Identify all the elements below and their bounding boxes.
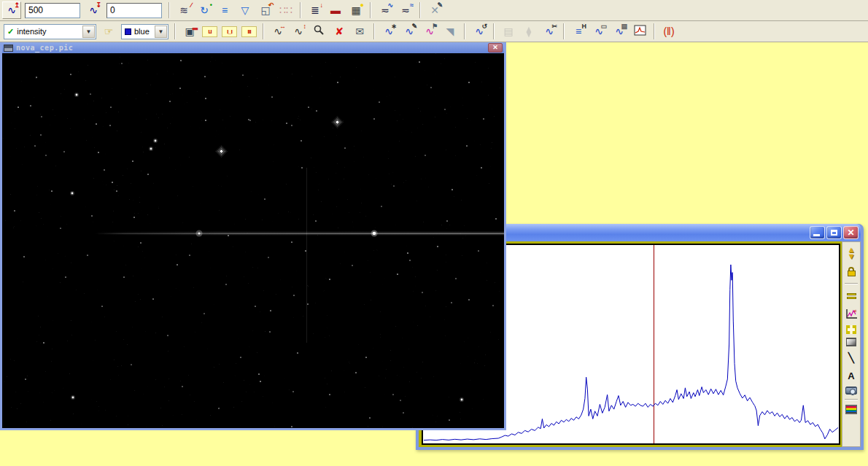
profile-width-icon: ↔ [279, 23, 286, 30]
draw-cross-icon: ✎ [437, 2, 443, 9]
stack-export-icon: ≣ [311, 5, 319, 15]
plot-window-button[interactable] [630, 23, 649, 40]
toolbar-separator [370, 2, 371, 18]
profile-refresh-button[interactable]: ∿↺ [470, 23, 489, 40]
header-info-button[interactable]: ≡H [569, 23, 588, 40]
zoom-button[interactable] [309, 23, 328, 40]
maximize-button[interactable] [826, 226, 842, 239]
text-tool-icon[interactable]: A [843, 368, 859, 383]
image-window: nova_cep.pic ✕ [0, 42, 506, 430]
flag-profile-icon: ⚑ [432, 23, 438, 30]
auto-threshold-button[interactable]: ≋∕ [174, 1, 193, 19]
export-mail-button[interactable]: ✉ [350, 23, 369, 40]
horizontal-lines-button[interactable]: ≡ [215, 1, 234, 19]
channel-combo[interactable]: blue▼ [121, 24, 168, 39]
upper-threshold-input[interactable] [25, 3, 80, 18]
profile-height-icon: ∿ [294, 26, 303, 36]
bars-wave-edit-icon: ≂ [401, 5, 410, 15]
histogram-high-icon[interactable]: ııı [241, 26, 257, 37]
toolbar-separator [493, 23, 495, 39]
close-button[interactable]: ✕ [843, 226, 859, 239]
draw-cross-button[interactable]: ✕✎ [425, 1, 444, 19]
dropdown-arrow-icon[interactable]: ▼ [155, 26, 167, 38]
profile-height-icon: ↕ [303, 23, 307, 30]
camera-icon[interactable] [845, 387, 857, 395]
view-toolbar: ✓intensity▼☞blue▼▣▂ı.ıı_ıııı∿↔∿↕✘✉∿∗∿✎∿⚑… [0, 21, 868, 42]
main-toolbar: ∿↥∿↧≋∕↻•≡▽◱↶∷∷≣↓▬▦●≂∿≂≈✕✎ [0, 0, 868, 21]
delete-button[interactable]: ✘ [330, 23, 349, 40]
channel-combo-value: blue [134, 27, 155, 36]
desktop: { "desktop": { "background": "#ffff9e" }… [0, 0, 868, 466]
toolbar-separator [654, 23, 655, 39]
dropdown-arrow-icon[interactable]: ▼ [82, 26, 95, 38]
lower-threshold-curve-icon: ↧ [96, 2, 101, 9]
minimize-button[interactable] [810, 226, 825, 239]
display-mode-combo-value: intensity [17, 27, 82, 36]
color-band-icon: ▬ [330, 5, 341, 15]
brush-icon: ◥ [446, 26, 454, 36]
sun-exposure-icon: ● [360, 2, 364, 9]
rotate-icon: • [210, 2, 212, 9]
pen-profile-icon: ✎ [411, 23, 417, 30]
star-profile-button[interactable]: ∿∗ [379, 23, 398, 40]
brush-button[interactable]: ◥ [441, 23, 460, 40]
stack-export-button[interactable]: ≣↓ [306, 1, 325, 19]
axes-plot-icon[interactable]: c [843, 307, 859, 322]
cut-profile-button[interactable]: ∿✂ [540, 23, 559, 40]
keyboard-button: ▤ [499, 23, 518, 40]
double-line-icon[interactable] [843, 289, 859, 303]
profile-flag2-button[interactable]: ∿▭ [589, 23, 608, 40]
toolbar-separator [174, 23, 176, 39]
hand-pick-icon: ☞ [104, 26, 114, 36]
svg-text:c: c [854, 308, 857, 313]
lower-threshold-input[interactable] [106, 3, 162, 18]
scroll-up-down-icon[interactable]: ▲▼ [843, 246, 859, 260]
droplet-icon: ⧫ [527, 26, 532, 36]
color-band-button[interactable]: ▬ [326, 1, 345, 19]
bars-wave-icon: ∿ [387, 2, 393, 9]
profile-height-button[interactable]: ∿↕ [289, 23, 308, 40]
histogram-mid-icon[interactable]: ı_ı [222, 26, 237, 37]
toolbar-separator [563, 23, 565, 39]
toolbar-separator [300, 2, 301, 18]
dashed-square-icon[interactable] [846, 325, 856, 334]
toolbar-separator [419, 2, 421, 18]
bars-wave-edit-icon: ≈ [410, 2, 414, 9]
lower-threshold-curve-button[interactable]: ∿↧ [84, 1, 103, 19]
hand-pick-button[interactable]: ☞ [99, 23, 118, 40]
profile-refresh-icon: ↺ [481, 23, 487, 30]
plot-window-icon [634, 25, 646, 39]
rotate-button[interactable]: ↻• [195, 1, 214, 19]
profile-width-button[interactable]: ∿↔ [268, 23, 287, 40]
profile-toolbar: ▲▼c╲A [842, 241, 861, 447]
zoom-icon [313, 24, 325, 39]
image-window-titlebar[interactable]: nova_cep.pic ✕ [2, 42, 504, 53]
flag-profile-button[interactable]: ∿⚑ [420, 23, 439, 40]
window-icon [4, 44, 13, 52]
maximize-icon [831, 230, 837, 236]
profile-report-button[interactable]: ∿▤ [610, 23, 629, 40]
cut-profile-icon: ✂ [551, 23, 557, 30]
sun-exposure-button[interactable]: ▦● [346, 1, 365, 19]
audio-beep-button[interactable]: (‖) [659, 23, 678, 40]
funnel-button[interactable]: ▽ [236, 1, 255, 19]
diagonal-line-icon[interactable]: ╲ [843, 350, 859, 365]
lock-icon[interactable] [843, 264, 859, 279]
dot-grid-icon: ∷∷ [279, 5, 292, 15]
toolbar-separator [845, 283, 858, 284]
rainbow-palette-icon[interactable] [845, 405, 857, 414]
bars-wave-edit-button[interactable]: ≂≈ [396, 1, 415, 19]
display-mode-combo[interactable]: ✓intensity▼ [4, 24, 96, 39]
image-close-button[interactable]: ✕ [488, 43, 503, 53]
pen-profile-button[interactable]: ∿✎ [400, 23, 419, 40]
screen-preview-button[interactable]: ▣▂ [180, 23, 199, 40]
upper-threshold-curve-button-button[interactable]: ∿↥ [2, 1, 21, 19]
cascade-windows-button[interactable]: ◱↶ [256, 1, 275, 19]
toolbar-separator [464, 23, 465, 39]
histogram-low-icon[interactable]: ı.ı [202, 26, 217, 37]
profile-report-icon: ▤ [621, 23, 627, 30]
bars-wave-button[interactable]: ≂∿ [376, 1, 395, 19]
starfield-image[interactable] [2, 53, 504, 428]
gradient-square-icon[interactable] [846, 338, 856, 346]
dot-grid-button[interactable]: ∷∷ [276, 1, 295, 19]
